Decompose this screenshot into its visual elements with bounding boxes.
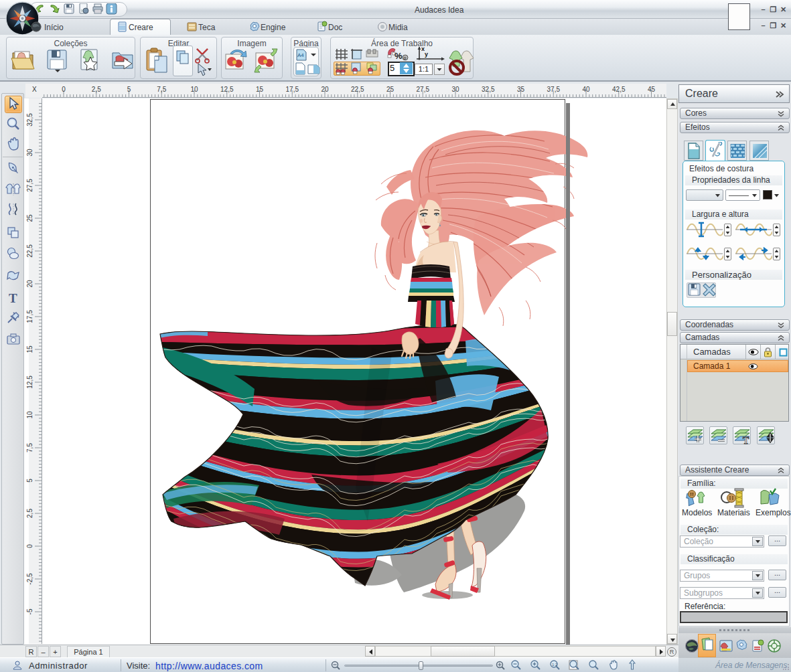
svg-text:%: % bbox=[394, 51, 403, 61]
svg-text:T: T bbox=[743, 436, 749, 445]
svg-text:A4: A4 bbox=[297, 52, 304, 58]
svg-text:y: y bbox=[425, 51, 428, 58]
svg-text:T: T bbox=[9, 291, 17, 305]
svg-text:o: o bbox=[404, 56, 407, 60]
svg-text:1:2: 1:2 bbox=[552, 663, 558, 667]
